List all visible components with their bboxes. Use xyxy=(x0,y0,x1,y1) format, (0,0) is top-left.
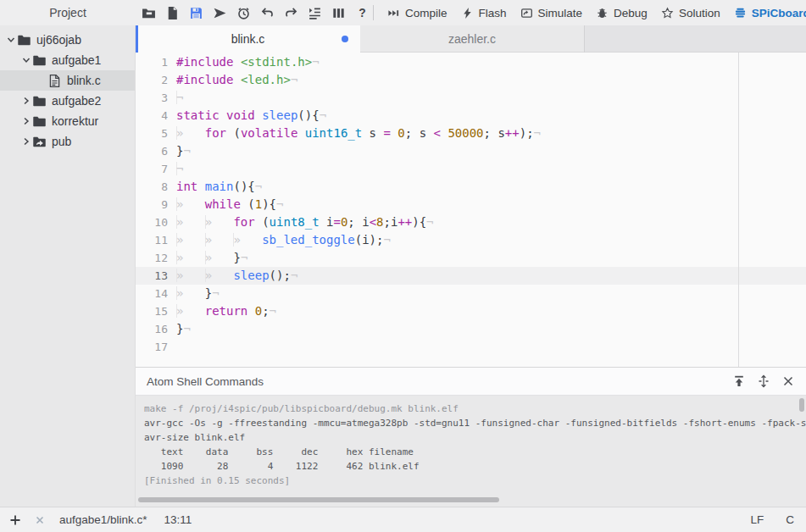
line-number[interactable]: 3 xyxy=(136,89,176,107)
line-number[interactable]: 9 xyxy=(136,196,176,213)
code-line[interactable]: 13» » sleep();¬ xyxy=(136,267,806,285)
code-line[interactable]: 2#include <led.h>¬ xyxy=(136,71,806,89)
code-line[interactable]: 15» return 0;¬ xyxy=(136,302,806,320)
line-number[interactable]: 15 xyxy=(136,302,176,320)
format-indent-icon[interactable] xyxy=(308,6,322,20)
chevron-right-icon[interactable] xyxy=(20,136,32,147)
line-number[interactable]: 10 xyxy=(136,213,176,231)
output-line: 1090 28 4 1122 462 blink.elf xyxy=(144,459,806,474)
line-number[interactable]: 6 xyxy=(136,142,176,160)
scroll-to-top-button[interactable] xyxy=(732,374,746,388)
line-number[interactable]: 16 xyxy=(136,320,176,338)
tree-item-label: korrektur xyxy=(52,114,98,128)
code-line[interactable]: 12» » }¬ xyxy=(136,249,806,267)
code-text: » » sleep();¬ xyxy=(176,267,297,285)
solution-button[interactable]: Solution xyxy=(654,7,727,19)
line-number[interactable]: 1 xyxy=(136,53,176,71)
project-tree: uj66ojabaufgabe1blink.caufgabe2korrektur… xyxy=(0,25,136,507)
save-icon[interactable] xyxy=(189,6,203,20)
undo-icon[interactable] xyxy=(260,6,275,20)
redo-icon[interactable] xyxy=(284,6,298,20)
output-line: avr-size blink.elf xyxy=(144,430,806,445)
simulate-button[interactable]: Simulate xyxy=(514,7,590,19)
code-line[interactable]: 10» » for (uint8_t i=0; i<8;i++){¬ xyxy=(136,213,806,231)
line-number[interactable]: 8 xyxy=(136,178,176,196)
compile-button[interactable]: Compile xyxy=(381,7,454,19)
toolbar-action-group: CompileFlashSimulateDebugSolutionSPiCboa… xyxy=(370,5,806,20)
modified-dot-icon[interactable] xyxy=(342,36,348,42)
timer-icon[interactable] xyxy=(236,6,251,20)
code-text: » }¬ xyxy=(176,285,220,302)
code-line[interactable]: 3¬ xyxy=(136,89,806,107)
code-line[interactable]: 11» » » sb_led_toggle(i);¬ xyxy=(136,231,806,249)
flash-icon xyxy=(461,7,474,19)
tree-item-pub[interactable]: pub xyxy=(0,131,135,152)
build-panel-header: Atom Shell Commands xyxy=(136,367,806,396)
line-number[interactable]: 5 xyxy=(136,125,176,142)
code-text: ¬ xyxy=(176,89,183,107)
tree-item-uj66ojab[interactable]: uj66ojab xyxy=(0,30,135,50)
compile-icon xyxy=(387,7,400,19)
line-number[interactable]: 2 xyxy=(136,71,176,89)
line-number[interactable]: 12 xyxy=(136,249,176,267)
code-text: ¬ xyxy=(176,160,183,178)
code-line[interactable]: 17 xyxy=(136,338,806,356)
code-line[interactable]: 7¬ xyxy=(136,160,806,178)
code-text: » » }¬ xyxy=(176,249,247,267)
tree-item-aufgabe1[interactable]: aufgabe1 xyxy=(0,50,135,70)
code-line[interactable]: 9» while (1){¬ xyxy=(136,196,806,213)
code-text: » » for (uint8_t i=0; i<8;i++){¬ xyxy=(176,213,434,231)
tree-item-label: uj66ojab xyxy=(36,33,81,47)
status-cursor-position[interactable]: 13:11 xyxy=(164,513,192,526)
line-number[interactable]: 11 xyxy=(136,231,176,249)
line-number[interactable]: 7 xyxy=(136,160,176,178)
tree-item-aufgabe2[interactable]: aufgabe2 xyxy=(0,91,135,111)
spicboard-button[interactable]: SPiCboard xyxy=(727,7,806,19)
flash-button[interactable]: Flash xyxy=(454,7,514,19)
code-line[interactable]: 16}¬ xyxy=(136,320,806,338)
code-line[interactable]: 1#include <stdint.h>¬ xyxy=(136,53,806,71)
chevron-down-icon[interactable] xyxy=(20,54,32,66)
debug-button[interactable]: Debug xyxy=(589,7,654,19)
chevron-right-icon[interactable] xyxy=(20,115,32,127)
send-icon[interactable] xyxy=(213,6,227,20)
auto-scroll-button[interactable] xyxy=(757,374,770,388)
add-target-button[interactable] xyxy=(8,513,22,527)
code-line[interactable]: 8int main(){¬ xyxy=(136,178,806,196)
line-number[interactable]: 17 xyxy=(136,338,176,356)
tab-label: blink.c xyxy=(231,32,265,46)
close-panel-button[interactable] xyxy=(781,374,795,388)
folder-share-icon xyxy=(32,135,47,149)
new-file-icon[interactable] xyxy=(165,6,180,20)
line-number[interactable]: 4 xyxy=(136,107,176,125)
help-icon[interactable]: ? xyxy=(355,6,370,20)
simulate-icon xyxy=(520,7,533,19)
chevron-down-icon[interactable] xyxy=(5,34,17,46)
code-line[interactable]: 6}¬ xyxy=(136,142,806,160)
status-bar: aufgabe1/blink.c* 13:11 LF C xyxy=(0,507,806,532)
open-folder-icon[interactable] xyxy=(142,6,156,20)
line-number[interactable]: 13 xyxy=(136,267,176,285)
code-editor[interactable]: 1#include <stdint.h>¬2#include <led.h>¬3… xyxy=(136,53,806,367)
horizontal-scrollbar[interactable] xyxy=(138,497,499,502)
code-text: #include <led.h>¬ xyxy=(176,71,297,89)
chevron-right-icon[interactable] xyxy=(20,95,32,107)
columns-icon[interactable] xyxy=(331,6,346,20)
vertical-scrollbar[interactable] xyxy=(799,398,804,412)
tab-blink.c[interactable]: blink.c xyxy=(136,25,360,53)
code-line[interactable]: 14» }¬ xyxy=(136,285,806,302)
tree-item-blink.c[interactable]: blink.c xyxy=(0,70,135,91)
status-line-ending[interactable]: LF xyxy=(750,513,764,526)
code-text: int main(){¬ xyxy=(176,178,262,196)
code-text: » for (volatile uint16_t s = 0; s < 5000… xyxy=(176,125,541,142)
code-line[interactable]: 4static void sleep(){¬ xyxy=(136,107,806,125)
code-text: }¬ xyxy=(176,320,191,338)
line-number[interactable]: 14 xyxy=(136,285,176,302)
remove-target-button[interactable] xyxy=(34,514,46,526)
tab-zaehler.c[interactable]: zaehler.c xyxy=(360,25,585,53)
tree-item-korrektur[interactable]: korrektur xyxy=(0,111,135,131)
code-line[interactable]: 5» for (volatile uint16_t s = 0; s < 500… xyxy=(136,125,806,142)
status-grammar[interactable]: C xyxy=(786,513,794,526)
code-text: static void sleep(){¬ xyxy=(176,107,326,125)
debug-icon xyxy=(596,7,609,19)
